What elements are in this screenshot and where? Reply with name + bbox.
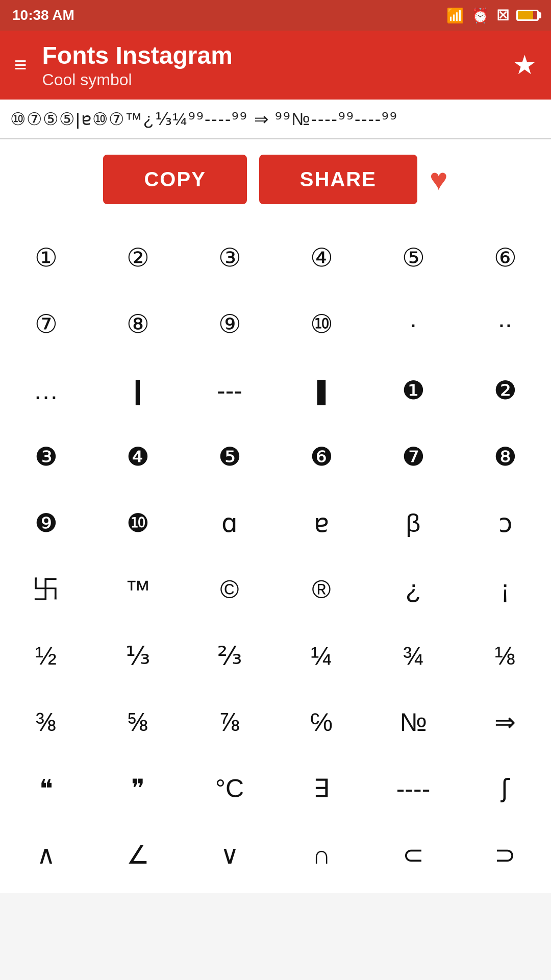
symbol-cell[interactable]: 卐	[0, 556, 92, 623]
symbol-cell[interactable]: ②	[92, 225, 184, 291]
symbol-cell[interactable]: ❺	[184, 424, 276, 490]
symbol-cell[interactable]: ❻	[276, 424, 367, 490]
bluetooth-icon: 📶	[446, 7, 464, 24]
symbol-preview-bar: ⑩⑦⑤⑤|ɐ⑩⑦™¿⅓¼⁹⁹----⁹⁹ ⇒ ⁹⁹№----⁹⁹----⁹⁹	[0, 100, 551, 139]
symbol-cell[interactable]: ⅓	[92, 623, 184, 689]
symbol-cell[interactable]: ❾	[0, 490, 92, 556]
symbol-cell[interactable]: ∩	[276, 822, 367, 888]
symbol-cell[interactable]: №	[367, 689, 459, 755]
symbol-cell[interactable]: ❙	[92, 357, 184, 424]
favorite-star-icon[interactable]: ★	[513, 50, 537, 80]
symbol-cell[interactable]: ½	[0, 623, 92, 689]
symbol-cell[interactable]: ⅔	[184, 623, 276, 689]
symbol-cell[interactable]: ⅛	[459, 623, 551, 689]
symbol-cell[interactable]: ❶	[367, 357, 459, 424]
symbol-cell[interactable]: ∧	[0, 822, 92, 888]
symbol-cell[interactable]: ❞	[92, 755, 184, 822]
symbol-cell[interactable]: ----	[367, 755, 459, 822]
symbol-cell[interactable]: ∠	[92, 822, 184, 888]
symbol-cell[interactable]: ⑥	[459, 225, 551, 291]
symbol-cell[interactable]: ¡	[459, 556, 551, 623]
symbol-cell[interactable]: ❸	[0, 424, 92, 490]
app-header: ≡ Fonts Instagram Cool symbol ★	[0, 31, 551, 100]
symbol-cell[interactable]: ---	[184, 357, 276, 424]
symbol-cell[interactable]: ⑦	[0, 291, 92, 357]
symbol-cell[interactable]: ™	[92, 556, 184, 623]
symbol-cell[interactable]: ❹	[92, 424, 184, 490]
status-bar: 10:38 AM 📶 ⏰ ☒	[0, 0, 551, 31]
status-time: 10:38 AM	[12, 7, 74, 23]
menu-icon[interactable]: ≡	[14, 54, 27, 76]
status-icons: 📶 ⏰ ☒	[446, 7, 539, 24]
symbol-cell[interactable]: ⅞	[184, 689, 276, 755]
symbols-grid: ①②③④⑤⑥⑦⑧⑨⑩···…❙---❚❶❷❸❹❺❻❼❽❾❿ɑɐβɔ卐™©®¿¡½…	[0, 219, 551, 893]
battery-icon	[516, 10, 539, 21]
symbol-cell[interactable]: ❷	[459, 357, 551, 424]
app-subtitle: Cool symbol	[42, 70, 513, 89]
symbol-cell[interactable]: ··	[459, 291, 551, 357]
action-row: COPY SHARE ♥	[0, 139, 551, 219]
symbol-cell[interactable]: ®	[276, 556, 367, 623]
symbol-cell[interactable]: ɑ	[184, 490, 276, 556]
symbol-cell[interactable]: ɔ	[459, 490, 551, 556]
symbol-cell[interactable]: ¿	[367, 556, 459, 623]
symbol-cell[interactable]: ❽	[459, 424, 551, 490]
symbol-cell[interactable]: ⑧	[92, 291, 184, 357]
symbol-cell[interactable]: ⊃	[459, 822, 551, 888]
symbol-cell[interactable]: ⑨	[184, 291, 276, 357]
symbol-cell[interactable]: ɐ	[276, 490, 367, 556]
symbol-cell[interactable]: ·	[367, 291, 459, 357]
alarm-icon: ⏰	[471, 7, 489, 24]
symbol-cell[interactable]: ③	[184, 225, 276, 291]
share-button[interactable]: SHARE	[259, 155, 417, 204]
symbol-cell[interactable]: ∃	[276, 755, 367, 822]
app-title: Fonts Instagram	[42, 41, 513, 70]
symbol-cell[interactable]: ℅	[276, 689, 367, 755]
symbol-cell[interactable]: ©	[184, 556, 276, 623]
symbol-cell[interactable]: ❿	[92, 490, 184, 556]
symbol-cell[interactable]: ⅝	[92, 689, 184, 755]
symbol-cell[interactable]: ∨	[184, 822, 276, 888]
header-title-group: Fonts Instagram Cool symbol	[42, 41, 513, 89]
symbol-cell[interactable]: ⇒	[459, 689, 551, 755]
symbol-cell[interactable]: ❝	[0, 755, 92, 822]
close-box-icon: ☒	[496, 7, 509, 24]
symbol-cell[interactable]: ⊂	[367, 822, 459, 888]
symbol-cell[interactable]: ⅜	[0, 689, 92, 755]
symbol-cell[interactable]: ʃ	[459, 755, 551, 822]
heart-favorite-icon[interactable]: ♥	[430, 162, 448, 197]
symbol-cell[interactable]: °C	[184, 755, 276, 822]
copy-button[interactable]: COPY	[103, 155, 246, 204]
symbol-cell[interactable]: …	[0, 357, 92, 424]
symbol-cell[interactable]: ❚	[276, 357, 367, 424]
symbol-cell[interactable]: ¾	[367, 623, 459, 689]
symbol-cell[interactable]: ❼	[367, 424, 459, 490]
symbol-cell[interactable]: ①	[0, 225, 92, 291]
symbol-cell[interactable]: ⑩	[276, 291, 367, 357]
symbol-cell[interactable]: ④	[276, 225, 367, 291]
symbol-cell[interactable]: ¼	[276, 623, 367, 689]
symbol-cell[interactable]: β	[367, 490, 459, 556]
symbol-cell[interactable]: ⑤	[367, 225, 459, 291]
